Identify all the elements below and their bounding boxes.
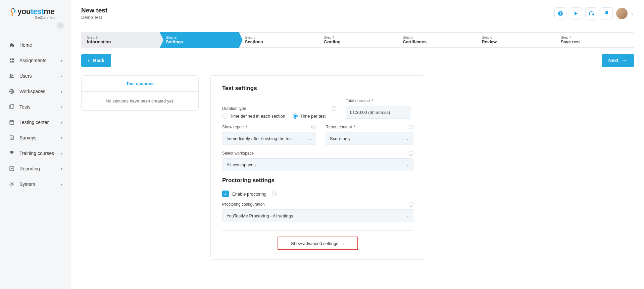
radio-time-per-section[interactable]: Time defined in each section [222,114,285,119]
sidebar-item-users[interactable]: Users▾ [3,68,68,84]
collapse-sidebar-button[interactable]: « [56,22,64,29]
calendar-icon [9,120,15,125]
sidebar-item-label: Surveys [19,135,37,140]
chevron-down-icon: ▾ [61,105,62,109]
step-number: Step 3 [245,35,312,39]
arrow-right-icon: → [622,57,627,64]
users-icon [9,73,15,79]
info-icon[interactable]: i [311,125,316,129]
avatar[interactable] [616,8,628,19]
radio-label-per-section: Time defined in each section [230,114,285,119]
chevron-down-icon: ▾ [61,90,62,93]
page-title: New test [81,7,107,14]
step-label: Settings [166,39,233,44]
test-settings-card: Test settings Duration type i Time defin… [210,75,425,260]
svg-point-0 [12,8,14,9]
page-subtitle: Demo Test [81,15,107,20]
notifications-button[interactable] [601,7,613,19]
test-sections-card: Test sections No sections have been crea… [81,75,199,111]
svg-rect-16 [589,14,590,15]
step-information[interactable]: Step 1Information [81,32,160,48]
logo[interactable]: youtestme GetCertified [10,7,55,19]
play-button[interactable] [570,7,582,19]
total-duration-input[interactable]: 01:30:00 (hh:mm:ss) [346,106,411,119]
sidebar-item-workspaces[interactable]: Workspaces▾ [3,84,68,99]
total-duration-label: Total duration [346,98,370,103]
show-report-select[interactable]: Immediately after finishing the test ⌄ [222,132,316,145]
radio-time-per-test[interactable]: Time per test [293,114,326,119]
radio-icon [222,114,227,119]
main: New test Demo Test ? ⌄ Step 1Information… [71,0,644,289]
chevron-down-icon: ⌄ [342,241,345,246]
step-save-test[interactable]: Step 7Save test [555,32,634,48]
show-advanced-settings-button[interactable]: Show advanced settings ⌄ [278,237,358,250]
chevron-down-icon: ⌄ [406,136,409,141]
next-button[interactable]: Next → [602,54,634,67]
bell-icon [604,11,609,16]
divider [222,230,413,231]
svg-rect-3 [10,61,11,63]
info-icon[interactable]: i [272,192,277,196]
play-icon [574,11,578,16]
next-button-label: Next [608,58,618,63]
step-grading[interactable]: Step 4Grading [318,32,397,48]
step-review[interactable]: Step 6Review [476,32,555,48]
sidebar-item-reporting[interactable]: Reporting▾ [3,161,68,176]
surveys-icon [9,135,15,140]
logo-mark-icon [10,7,16,15]
globe-icon [9,89,15,94]
svg-text:?: ? [559,11,562,15]
chevron-double-left-icon: « [59,24,61,28]
headset-icon [589,11,594,16]
step-label: Save test [561,39,628,44]
step-certificates[interactable]: Step 5Certificates [397,32,476,48]
workspace-value: All workspaces [227,162,256,167]
step-label: Certificates [403,39,470,44]
sidebar-item-tests[interactable]: Tests▾ [3,99,68,115]
svg-rect-2 [12,58,14,60]
chevron-down-icon: ▾ [61,121,62,124]
sidebar-item-system[interactable]: System▾ [3,176,68,192]
home-icon [9,42,15,48]
sidebar-item-surveys[interactable]: Surveys▾ [3,130,68,146]
proctoring-config-select[interactable]: YouTestMe Proctoring - AI settings ⌄ [222,209,413,222]
logo-subtitle: GetCertified [35,15,55,19]
info-icon[interactable]: i [409,202,413,207]
trophy-icon [9,151,15,156]
help-icon: ? [558,11,563,16]
svg-rect-10 [10,121,14,124]
step-settings[interactable]: Step 2Settings [160,32,239,48]
stepper: Step 1InformationStep 2SettingsStep 3Sec… [81,32,634,48]
advanced-settings-label: Show advanced settings [291,241,338,246]
workspace-label: Select workspace [222,151,254,156]
chevron-down-icon: ▾ [61,74,62,78]
sidebar-item-assignments[interactable]: Assignments▾ [3,53,68,68]
info-icon[interactable]: i [409,151,413,156]
svg-point-6 [12,75,13,76]
workspace-select[interactable]: All workspaces ⌄ [222,158,413,171]
sidebar-item-testing-center[interactable]: Testing center▾ [3,115,68,130]
back-button[interactable]: ‹ Back [81,54,111,67]
step-label: Sections [245,39,312,44]
sidebar-item-home[interactable]: Home [3,37,68,53]
support-button[interactable] [585,7,597,19]
total-duration-value: 01:30:00 (hh:mm:ss) [350,110,390,115]
help-button[interactable]: ? [554,7,566,19]
sidebar-item-label: Users [19,73,32,79]
report-content-select[interactable]: Score only ⌄ [326,132,413,145]
svg-point-5 [10,74,12,76]
enable-proctoring-label: Enable proctoring [232,192,266,197]
logo-text-me: me [44,7,54,16]
chevron-down-icon: ▾ [61,152,62,155]
radio-label-per-test: Time per test [300,114,326,119]
svg-rect-9 [11,105,14,108]
info-icon[interactable]: i [332,106,336,111]
info-icon[interactable]: i [409,125,413,129]
sidebar-item-training-courses[interactable]: Training courses▾ [3,146,68,161]
chevron-down-icon: ▾ [61,136,62,140]
chevron-down-icon[interactable]: ⌄ [631,11,634,15]
back-button-label: Back [93,58,104,63]
chevron-down-icon: ▾ [61,182,62,186]
step-sections[interactable]: Step 3Sections [239,32,318,48]
enable-proctoring-checkbox[interactable]: ✓ [222,191,229,197]
